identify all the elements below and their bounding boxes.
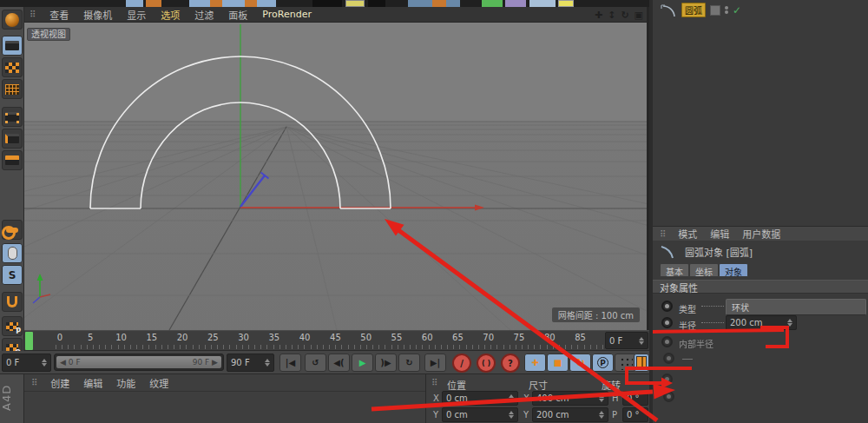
tab-coordinates[interactable]: 坐标 xyxy=(689,263,719,277)
rot-h-field[interactable]: 0 ° xyxy=(622,391,648,406)
move-tool-button[interactable]: ✚ xyxy=(524,354,546,372)
texture-mode-icon[interactable] xyxy=(2,57,23,77)
axis-gizmo xyxy=(33,274,50,303)
stepper-icon[interactable] xyxy=(509,411,514,419)
menu-user-data[interactable]: 用户数据 xyxy=(742,227,780,241)
current-frame-field[interactable]: 0 F xyxy=(605,332,648,349)
menu-options[interactable]: 选项 xyxy=(161,8,180,22)
menu-function[interactable]: 功能 xyxy=(116,376,135,390)
stepper-icon[interactable] xyxy=(639,337,644,345)
menu-panel[interactable]: 面板 xyxy=(228,8,247,22)
stepper-icon[interactable] xyxy=(599,411,604,419)
view-label[interactable]: 透视视图 xyxy=(27,28,70,41)
range-right-arrow-icon: ▶ xyxy=(212,358,218,367)
next-key-button[interactable]: )▶ xyxy=(375,354,397,372)
autokey-button[interactable]: ( ) xyxy=(477,354,496,373)
points-mode-icon[interactable] xyxy=(2,107,23,127)
menu-drag-handle-icon[interactable]: ⠿ xyxy=(31,378,36,387)
property-key-radio[interactable] xyxy=(663,391,674,402)
zoom-view-icon[interactable]: ↕ xyxy=(608,10,615,21)
play-backwards-button[interactable]: ↺ xyxy=(305,354,326,372)
render-sphere-icon[interactable] xyxy=(2,10,23,30)
workplane-p-icon[interactable]: P xyxy=(2,316,23,336)
rotate-view-icon[interactable]: ↻ xyxy=(621,10,628,21)
animation-key-icon[interactable] xyxy=(2,220,23,240)
type-dropdown[interactable]: 环状 xyxy=(726,299,866,315)
property-key-radio[interactable] xyxy=(663,353,674,364)
radius-key-radio[interactable] xyxy=(661,317,673,328)
play-forward-button[interactable]: ↻ xyxy=(398,354,420,372)
viewport-canvas xyxy=(24,23,647,330)
range-start-field[interactable]: 0 F xyxy=(2,354,51,372)
stepper-icon[interactable] xyxy=(787,319,792,327)
menu-filter[interactable]: 过滤 xyxy=(194,8,214,22)
solo-mode-icon[interactable]: S xyxy=(2,265,23,285)
stepper-icon[interactable] xyxy=(42,359,47,367)
timeline-tick: 0 xyxy=(53,333,67,342)
size-x-field[interactable]: 400 cm xyxy=(532,391,608,406)
snap-magnet-icon[interactable] xyxy=(2,292,23,312)
property-key-radio[interactable] xyxy=(661,373,673,385)
maximize-view-icon[interactable]: ▣ xyxy=(635,10,643,21)
tab-basic[interactable]: 基本 xyxy=(660,263,689,277)
object-name-badge[interactable]: 圆弧 xyxy=(681,3,706,17)
perspective-viewport[interactable]: 透视视图 网格间距 : 100 cm xyxy=(24,23,647,330)
previous-key-button[interactable]: ◀( xyxy=(328,354,350,372)
scale-tool-button[interactable]: ■ xyxy=(547,354,569,372)
range-end-field[interactable]: 90 F xyxy=(227,354,274,372)
polygons-mode-icon[interactable] xyxy=(2,150,23,170)
menu-display[interactable]: 显示 xyxy=(127,8,146,22)
go-to-end-button[interactable]: ▶| xyxy=(424,354,446,372)
pan-view-icon[interactable]: ✚ xyxy=(595,10,602,21)
coordinate-system-button[interactable]: P xyxy=(592,354,614,372)
menu-create[interactable]: 创建 xyxy=(50,376,69,390)
timeline-range-bar[interactable]: ◀ 0 F 90 F ▶ xyxy=(56,356,221,368)
radius-label: 半径 xyxy=(679,319,696,332)
menu-drag-handle-icon[interactable]: ⠿ xyxy=(431,378,437,387)
timeline-playhead[interactable] xyxy=(25,332,33,350)
layer-color-icon[interactable] xyxy=(710,5,720,16)
toolbar-fragment xyxy=(126,0,143,7)
uv-grid-mode-icon[interactable] xyxy=(2,79,23,99)
menu-view[interactable]: 查看 xyxy=(49,8,69,22)
menu-mode[interactable]: 模式 xyxy=(678,227,697,241)
timeline-range-track[interactable]: ◀ 0 F 90 F ▶ xyxy=(54,354,224,371)
pos-y-label: Y xyxy=(433,410,438,420)
type-key-radio[interactable] xyxy=(661,301,673,312)
stepper-icon[interactable] xyxy=(265,359,270,367)
stepper-icon[interactable] xyxy=(599,394,604,402)
menu-am-edit[interactable]: 编辑 xyxy=(710,227,729,241)
record-keyframe-button[interactable]: / xyxy=(452,354,471,373)
pos-y-field[interactable]: 0 cm xyxy=(442,407,518,422)
menu-drag-handle-icon[interactable]: ⠿ xyxy=(660,229,665,239)
timeline-ruler[interactable]: 051015202530354045505560657075808590 xyxy=(24,330,649,351)
edges-mode-icon[interactable] xyxy=(2,129,23,149)
arc-object-icon xyxy=(660,246,679,259)
menu-camera[interactable]: 摄像机 xyxy=(83,8,112,22)
pos-x-field[interactable]: 0 cm xyxy=(442,391,518,406)
keyframe-selection-button[interactable]: ? xyxy=(501,354,520,373)
menu-prorender[interactable]: ProRender xyxy=(262,9,312,20)
rotate-tool-button[interactable]: ↻ xyxy=(569,354,591,372)
go-to-start-button[interactable]: |◀ xyxy=(279,354,301,372)
object-properties-section[interactable]: 对象属性 xyxy=(653,280,868,294)
stepper-icon[interactable] xyxy=(509,394,514,402)
inner-radius-key-radio[interactable] xyxy=(661,336,673,347)
menu-drag-handle-icon[interactable]: ⠿ xyxy=(30,10,35,19)
model-mode-icon[interactable] xyxy=(2,36,23,56)
tab-object[interactable]: 对象 xyxy=(719,263,748,277)
size-y-field[interactable]: 200 cm xyxy=(532,407,608,422)
visibility-dot-icon[interactable] xyxy=(725,6,728,10)
object-manager-row[interactable]: 圆弧 ✓ xyxy=(660,3,741,17)
enable-check-icon[interactable]: ✓ xyxy=(733,4,741,17)
menu-edit[interactable]: 编辑 xyxy=(83,376,102,390)
tweak-mode-icon[interactable] xyxy=(2,243,23,263)
render-dot-icon[interactable] xyxy=(725,10,728,14)
toolbar-fragment xyxy=(146,0,161,7)
play-button[interactable]: ▶ xyxy=(352,354,373,372)
toolbar-fragment xyxy=(432,0,446,7)
layout-split-button[interactable] xyxy=(634,354,649,372)
radius-field[interactable]: 200 cm xyxy=(726,315,797,330)
menu-texture[interactable]: 纹理 xyxy=(149,376,168,390)
rot-p-field[interactable]: 0 ° xyxy=(622,407,648,422)
